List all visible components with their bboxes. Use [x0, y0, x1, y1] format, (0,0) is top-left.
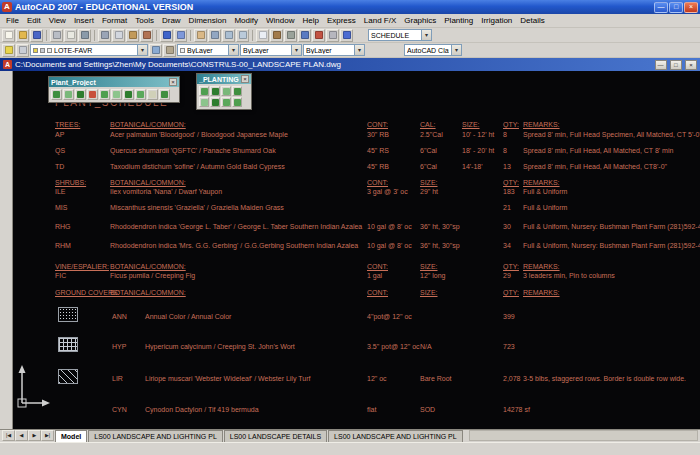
chevron-down-icon[interactable]: ▾	[291, 45, 301, 55]
copy-icon[interactable]	[112, 29, 125, 42]
palette-close-icon[interactable]: ×	[169, 78, 177, 86]
paste-icon[interactable]	[126, 29, 139, 42]
chevron-down-icon[interactable]: ▾	[354, 45, 364, 55]
plant-tool-icon[interactable]	[111, 89, 122, 100]
horizontal-scrollbar[interactable]	[469, 430, 698, 441]
close-button[interactable]: ×	[684, 2, 698, 13]
palette-close-icon[interactable]: ×	[241, 75, 249, 83]
palette-planting[interactable]: _PLANTING×	[196, 73, 252, 110]
zoom-realtime-icon[interactable]	[208, 29, 221, 42]
menu-land-f-x[interactable]: Land F/X	[360, 14, 400, 27]
plant-tool-icon[interactable]	[147, 89, 158, 100]
plant-tool-icon[interactable]	[87, 89, 98, 100]
drawing-canvas[interactable]: PLANT_SCHEDULETREES:BOTANICAL/COMMON:CON…	[0, 71, 700, 429]
menu-edit[interactable]: Edit	[23, 14, 45, 27]
plant-tool-icon[interactable]	[221, 97, 231, 107]
tab-ls00-landscape-and-lighting-pl[interactable]: LS00 LANDSCAPE AND LIGHTING PL	[328, 430, 463, 442]
doc-close-button[interactable]: ×	[685, 60, 697, 70]
chevron-down-icon[interactable]: ▾	[137, 45, 147, 55]
plant-tool-icon[interactable]	[123, 89, 134, 100]
designcenter-icon[interactable]	[270, 29, 283, 42]
open-icon[interactable]	[16, 29, 29, 42]
menu-format[interactable]: Format	[98, 14, 131, 27]
chevron-down-icon[interactable]: ▾	[451, 45, 461, 55]
match-properties-icon[interactable]	[140, 29, 153, 42]
menu-help[interactable]: Help	[298, 14, 322, 27]
cut-icon[interactable]	[98, 29, 111, 42]
minimize-button[interactable]: —	[654, 2, 668, 13]
tool-palettes-icon[interactable]	[284, 29, 297, 42]
publish-icon[interactable]	[78, 29, 91, 42]
layer-dropdown[interactable]: LOTE-FAVR ▾	[30, 44, 148, 56]
doc-minimize-button[interactable]: —	[655, 60, 667, 70]
maximize-button[interactable]: □	[669, 2, 683, 13]
workspace-dropdown[interactable]: AutoCAD Classic ▾	[404, 44, 462, 56]
linetype-dropdown[interactable]: ByLayer ▾	[240, 44, 302, 56]
markup-set-manager-icon[interactable]	[312, 29, 325, 42]
layer-properties-manager-icon[interactable]	[2, 44, 15, 57]
tab-ls00-landscape-details[interactable]: LS00 LANDSCAPE DETAILS	[224, 430, 327, 442]
palette-title-bar[interactable]: _PLANTING×	[197, 74, 251, 84]
schedule-dropdown[interactable]: SCHEDULE ▾	[368, 29, 432, 41]
palette-title-bar[interactable]: Plant_Project×	[49, 77, 179, 87]
menu-window[interactable]: Window	[262, 14, 298, 27]
layer-states-icon[interactable]	[16, 44, 29, 57]
menu-insert[interactable]: Insert	[70, 14, 98, 27]
plot-preview-icon[interactable]	[64, 29, 77, 42]
menu-view[interactable]: View	[45, 14, 70, 27]
zoom-window-icon[interactable]	[222, 29, 235, 42]
tab-next-button[interactable]: ▶	[28, 430, 41, 441]
menu-irrigation[interactable]: Irrigation	[477, 14, 516, 27]
plant-tool-icon[interactable]	[159, 89, 170, 100]
zoom-previous-icon[interactable]	[236, 29, 249, 42]
doc-restore-button[interactable]: □	[670, 60, 682, 70]
menu-graphics[interactable]: Graphics	[400, 14, 440, 27]
chevron-down-icon[interactable]: ▾	[421, 30, 431, 40]
plant-tool-icon[interactable]	[63, 89, 74, 100]
make-object-layer-current-icon[interactable]	[149, 44, 162, 57]
properties-icon[interactable]	[256, 29, 269, 42]
quickcalc-icon[interactable]	[326, 29, 339, 42]
plant-tool-icon[interactable]	[199, 97, 209, 107]
menu-express[interactable]: Express	[323, 14, 360, 27]
lineweight-dropdown[interactable]: ByLayer ▾	[303, 44, 365, 56]
palette-plant-project[interactable]: Plant_Project×	[48, 76, 180, 103]
plant-tool-icon[interactable]	[232, 97, 242, 107]
plant-tool-icon[interactable]	[232, 86, 242, 96]
color-dropdown[interactable]: ByLayer ▾	[177, 44, 239, 56]
menu-dimension[interactable]: Dimension	[185, 14, 231, 27]
plot-icon[interactable]	[50, 29, 63, 42]
plant-tool-glyph	[53, 91, 60, 98]
tab-ls00-landscape-and-lighting-pl[interactable]: LS00 LANDSCAPE AND LIGHTING PL	[88, 430, 223, 442]
tab-prev-button[interactable]: ◀	[15, 430, 28, 441]
tab-first-button[interactable]: |◀	[2, 430, 15, 441]
pan-icon[interactable]	[194, 29, 207, 42]
menu-file[interactable]: File	[2, 14, 23, 27]
plant-schedule-drawing[interactable]: PLANT_SCHEDULETREES:BOTANICAL/COMMON:CON…	[55, 71, 699, 429]
redo-icon[interactable]	[174, 29, 187, 42]
undo-icon[interactable]	[160, 29, 173, 42]
command-line[interactable]	[0, 442, 700, 455]
plant-tool-icon[interactable]	[135, 89, 146, 100]
sheet-set-manager-icon[interactable]	[298, 29, 311, 42]
save-icon[interactable]	[30, 29, 43, 42]
tab-model[interactable]: Model	[55, 430, 87, 442]
plant-tool-icon[interactable]	[210, 86, 220, 96]
document-title-bar[interactable]: A C:\Documents and Settings\Zhen\My Docu…	[0, 58, 700, 71]
menu-planting[interactable]: Planting	[440, 14, 477, 27]
menu-details[interactable]: Details	[516, 14, 548, 27]
plant-tool-icon[interactable]	[51, 89, 62, 100]
qnew-icon[interactable]	[2, 29, 15, 42]
plant-tool-icon[interactable]	[221, 86, 231, 96]
plant-tool-icon[interactable]	[199, 86, 209, 96]
help-icon[interactable]	[340, 29, 353, 42]
menu-modify[interactable]: Modify	[230, 14, 262, 27]
plant-tool-icon[interactable]	[210, 97, 220, 107]
menu-tools[interactable]: Tools	[131, 14, 158, 27]
menu-draw[interactable]: Draw	[158, 14, 185, 27]
layer-previous-icon[interactable]	[163, 44, 176, 57]
chevron-down-icon[interactable]: ▾	[228, 45, 238, 55]
tab-last-button[interactable]: ▶|	[41, 430, 54, 441]
plant-tool-icon[interactable]	[99, 89, 110, 100]
plant-tool-icon[interactable]	[75, 89, 86, 100]
